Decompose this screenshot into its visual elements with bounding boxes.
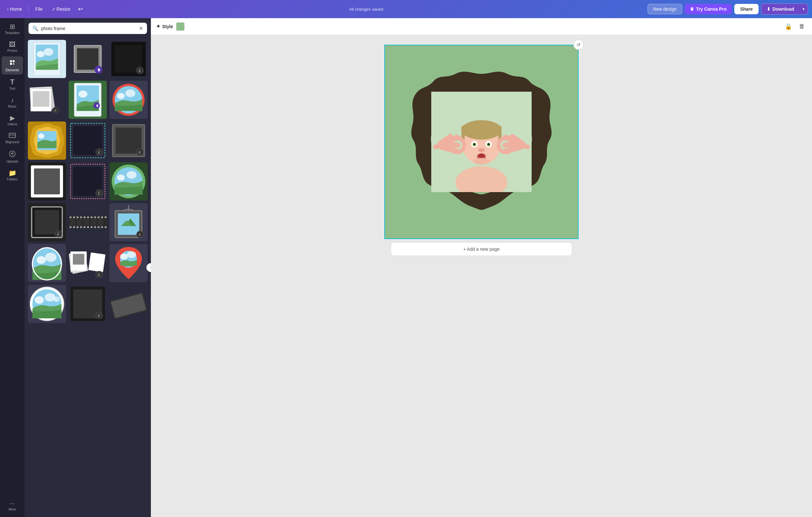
frame-result-4[interactable]: £: [28, 81, 66, 119]
frame-result-5[interactable]: ♛: [69, 81, 107, 119]
sidebar-item-elements[interactable]: Elements: [2, 56, 23, 75]
svg-point-141: [474, 143, 475, 145]
add-page-button[interactable]: + Add a new page: [391, 242, 572, 256]
nav-right-actions: New design ♛ Try Canva Pro Share ⬇ Downl…: [647, 4, 808, 15]
frame-result-18[interactable]: [110, 244, 148, 282]
svg-text:♛: ♛: [96, 104, 99, 108]
svg-point-30: [117, 93, 125, 99]
decorative-frame[interactable]: [407, 67, 556, 216]
search-input[interactable]: [41, 26, 136, 31]
svg-rect-80: [105, 226, 107, 228]
frame-result-9[interactable]: £: [110, 121, 148, 160]
lock-icon: 🔒: [785, 23, 792, 30]
frame-result-21[interactable]: [110, 285, 148, 323]
sidebar-label-photos: Photos: [7, 49, 17, 53]
videos-icon: ▶: [10, 115, 15, 121]
more-icon: ···: [10, 500, 15, 506]
svg-rect-101: [73, 254, 84, 265]
photos-icon: 🖼: [9, 41, 16, 48]
undo-button[interactable]: ↩: [76, 4, 85, 15]
search-icon: 🔍: [32, 26, 38, 31]
download-caret-button[interactable]: ▾: [800, 4, 808, 15]
frame-result-14[interactable]: [69, 203, 107, 241]
canvas-frame[interactable]: ↺: [384, 45, 579, 239]
sidebar-item-text[interactable]: T Text: [2, 76, 23, 93]
saved-status: All changes saved: [87, 7, 645, 12]
resize-label: Resize: [57, 6, 70, 12]
lock-button[interactable]: 🔒: [783, 22, 794, 31]
frame-result-3[interactable]: £: [110, 40, 148, 78]
svg-rect-64: [87, 216, 89, 218]
svg-point-96: [45, 253, 56, 262]
sidebar-item-more[interactable]: ··· More: [2, 497, 23, 514]
svg-rect-84: [91, 218, 96, 226]
sidebar-item-photos[interactable]: 🖼 Photos: [2, 38, 23, 55]
frame-result-20[interactable]: £: [69, 285, 107, 323]
trash-icon: 🗑: [799, 23, 805, 29]
search-bar: 🔍 ✕: [25, 18, 151, 37]
svg-rect-78: [97, 226, 99, 228]
style-label: Style: [162, 24, 173, 29]
share-button[interactable]: Share: [734, 4, 759, 14]
nav-separator-1: [28, 5, 29, 13]
download-button[interactable]: ⬇ Download: [761, 4, 800, 15]
svg-point-122: [461, 120, 501, 140]
magic-style-button[interactable]: ✦ Style: [156, 23, 173, 29]
svg-rect-55: [35, 210, 59, 235]
trash-button[interactable]: 🗑: [797, 22, 807, 31]
new-design-button[interactable]: New design: [647, 4, 682, 14]
frame-result-15[interactable]: £: [110, 203, 148, 241]
sidebar-item-uploads[interactable]: Uploads: [2, 148, 23, 166]
sidebar-item-videos[interactable]: ▶ Videos: [2, 112, 23, 129]
svg-point-143: [478, 148, 485, 152]
frame-result-8[interactable]: £: [69, 121, 107, 160]
sidebar-label-videos: Videos: [7, 123, 17, 126]
svg-rect-85: [97, 218, 103, 226]
background-icon: [9, 133, 16, 139]
frame-result-11[interactable]: £: [69, 162, 107, 200]
frame-result-13[interactable]: £: [28, 203, 66, 241]
home-button[interactable]: ‹ Home: [4, 4, 25, 13]
resize-button[interactable]: ⤢ Resize: [49, 4, 74, 13]
sidebar-item-templates[interactable]: ⊞ Templates: [2, 21, 23, 37]
sidebar-label-music: Music: [8, 105, 17, 108]
svg-rect-75: [87, 226, 89, 228]
templates-icon: ⊞: [10, 23, 15, 30]
frame-result-10[interactable]: [28, 162, 66, 200]
search-input-wrap: 🔍 ✕: [28, 23, 147, 34]
svg-point-7: [37, 51, 45, 57]
frame-result-17[interactable]: £: [69, 244, 107, 282]
frame-result-6[interactable]: [110, 81, 148, 119]
svg-rect-67: [97, 216, 99, 218]
search-panel: 🔍 ✕: [25, 18, 151, 517]
svg-point-110: [35, 296, 44, 304]
sidebar-label-text: Text: [9, 87, 15, 90]
svg-point-106: [120, 254, 128, 260]
frame-result-2[interactable]: ♛: [69, 40, 107, 78]
frame-result-19[interactable]: [28, 285, 66, 323]
rotate-handle[interactable]: ↺: [573, 39, 584, 50]
svg-point-8: [44, 48, 53, 56]
color-swatch[interactable]: [176, 22, 184, 31]
top-navigation: ‹ Home File ⤢ Resize ↩ All changes saved…: [0, 0, 812, 18]
svg-rect-59: [69, 216, 71, 218]
clear-search-button[interactable]: ✕: [139, 25, 143, 31]
sidebar-item-folders[interactable]: 📁 Folders: [2, 167, 23, 184]
try-pro-button[interactable]: ♛ Try Canva Pro: [685, 4, 732, 14]
sidebar-item-background[interactable]: Bkground: [2, 130, 23, 146]
sidebar-label-folders: Folders: [7, 178, 18, 181]
svg-rect-68: [101, 216, 103, 218]
sidebar-item-music[interactable]: ♪ Music: [2, 94, 23, 111]
frame-result-16[interactable]: [28, 244, 66, 282]
svg-text:♛: ♛: [97, 68, 101, 72]
canvas-scroll-area[interactable]: ⧉ ⊞ + ↺: [151, 35, 812, 517]
sidebar-label-more: More: [9, 508, 16, 511]
file-button[interactable]: File: [32, 4, 46, 13]
svg-rect-81: [69, 218, 76, 226]
svg-rect-65: [91, 216, 93, 218]
svg-rect-44: [34, 168, 60, 194]
frame-result-12[interactable]: [110, 162, 148, 200]
frame-result-1[interactable]: [28, 40, 66, 78]
elements-icon: [9, 59, 16, 67]
frame-result-7[interactable]: [28, 121, 66, 160]
